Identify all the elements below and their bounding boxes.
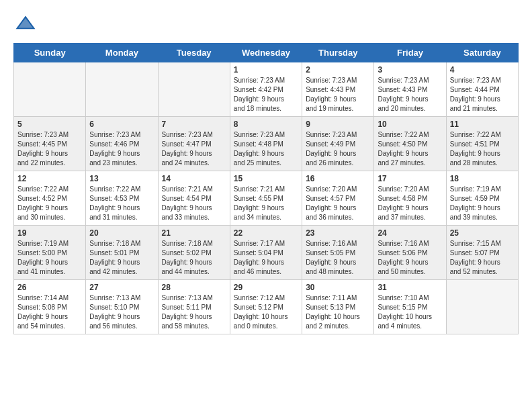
calendar-cell: 4Sunrise: 7:23 AM Sunset: 4:44 PM Daylig… [446,62,518,117]
calendar-cell: 16Sunrise: 7:20 AM Sunset: 4:57 PM Dayli… [302,171,374,226]
day-info: Sunrise: 7:17 AM Sunset: 5:04 PM Dayligh… [234,239,298,277]
header-row: Sunday Monday Tuesday Wednesday Thursday… [14,44,519,62]
col-tuesday: Tuesday [158,44,230,62]
day-info: Sunrise: 7:10 AM Sunset: 5:15 PM Dayligh… [378,293,442,331]
cell-content: 29Sunrise: 7:12 AM Sunset: 5:12 PM Dayli… [234,283,298,331]
day-number: 2 [306,65,370,75]
calendar-cell: 26Sunrise: 7:14 AM Sunset: 5:08 PM Dayli… [14,280,86,334]
calendar-cell: 20Sunrise: 7:18 AM Sunset: 5:01 PM Dayli… [86,226,158,280]
day-info: Sunrise: 7:23 AM Sunset: 4:43 PM Dayligh… [378,76,442,113]
cell-content: 20Sunrise: 7:18 AM Sunset: 5:01 PM Dayli… [89,228,154,277]
cell-content: 10Sunrise: 7:22 AM Sunset: 4:50 PM Dayli… [378,120,442,168]
day-number: 4 [450,65,515,75]
day-info: Sunrise: 7:21 AM Sunset: 4:55 PM Dayligh… [234,185,298,222]
day-number: 18 [450,174,515,183]
day-number: 26 [17,283,82,292]
col-monday: Monday [86,44,158,62]
logo-icon [13,12,38,36]
day-info: Sunrise: 7:13 AM Sunset: 5:10 PM Dayligh… [89,293,154,331]
day-info: Sunrise: 7:19 AM Sunset: 4:59 PM Dayligh… [450,185,515,222]
calendar-cell: 6Sunrise: 7:23 AM Sunset: 4:46 PM Daylig… [86,117,158,171]
cell-content: 23Sunrise: 7:16 AM Sunset: 5:05 PM Dayli… [306,228,370,277]
day-info: Sunrise: 7:23 AM Sunset: 4:44 PM Dayligh… [450,76,515,113]
day-info: Sunrise: 7:16 AM Sunset: 5:05 PM Dayligh… [306,239,370,277]
cell-content: 16Sunrise: 7:20 AM Sunset: 4:57 PM Dayli… [306,174,370,222]
day-info: Sunrise: 7:23 AM Sunset: 4:47 PM Dayligh… [162,130,226,168]
day-number: 30 [306,283,370,292]
calendar-cell: 13Sunrise: 7:22 AM Sunset: 4:53 PM Dayli… [86,171,158,226]
day-number: 20 [89,228,154,238]
calendar-cell: 11Sunrise: 7:22 AM Sunset: 4:51 PM Dayli… [446,117,518,171]
day-info: Sunrise: 7:23 AM Sunset: 4:42 PM Dayligh… [234,76,298,113]
cell-content: 26Sunrise: 7:14 AM Sunset: 5:08 PM Dayli… [17,283,82,331]
cell-content: 13Sunrise: 7:22 AM Sunset: 4:53 PM Dayli… [89,174,154,222]
col-wednesday: Wednesday [230,44,302,62]
day-info: Sunrise: 7:18 AM Sunset: 5:01 PM Dayligh… [89,239,154,277]
calendar-cell: 31Sunrise: 7:10 AM Sunset: 5:15 PM Dayli… [374,280,446,334]
day-info: Sunrise: 7:11 AM Sunset: 5:13 PM Dayligh… [306,293,370,331]
calendar-cell [86,62,158,117]
day-info: Sunrise: 7:23 AM Sunset: 4:49 PM Dayligh… [306,130,370,168]
cell-content: 31Sunrise: 7:10 AM Sunset: 5:15 PM Dayli… [378,283,442,331]
cell-content: 7Sunrise: 7:23 AM Sunset: 4:47 PM Daylig… [162,120,226,168]
calendar-cell: 23Sunrise: 7:16 AM Sunset: 5:05 PM Dayli… [302,226,374,280]
day-info: Sunrise: 7:16 AM Sunset: 5:06 PM Dayligh… [378,239,442,277]
day-info: Sunrise: 7:23 AM Sunset: 4:46 PM Dayligh… [89,130,154,168]
day-info: Sunrise: 7:13 AM Sunset: 5:11 PM Dayligh… [162,293,226,331]
cell-content: 4Sunrise: 7:23 AM Sunset: 4:44 PM Daylig… [450,65,515,113]
cell-content: 17Sunrise: 7:20 AM Sunset: 4:58 PM Dayli… [378,174,442,222]
col-sunday: Sunday [14,44,86,62]
day-number: 24 [378,228,442,238]
day-info: Sunrise: 7:14 AM Sunset: 5:08 PM Dayligh… [17,293,82,331]
day-info: Sunrise: 7:22 AM Sunset: 4:52 PM Dayligh… [17,185,82,222]
day-number: 7 [162,120,226,129]
day-info: Sunrise: 7:15 AM Sunset: 5:07 PM Dayligh… [450,239,515,277]
calendar-cell: 15Sunrise: 7:21 AM Sunset: 4:55 PM Dayli… [230,171,302,226]
cell-content: 11Sunrise: 7:22 AM Sunset: 4:51 PM Dayli… [450,120,515,168]
cell-content: 12Sunrise: 7:22 AM Sunset: 4:52 PM Dayli… [17,174,82,222]
day-number: 8 [234,120,298,129]
calendar-cell: 25Sunrise: 7:15 AM Sunset: 5:07 PM Dayli… [446,226,518,280]
day-number: 10 [378,120,442,129]
day-info: Sunrise: 7:23 AM Sunset: 4:48 PM Dayligh… [234,130,298,168]
calendar-cell: 9Sunrise: 7:23 AM Sunset: 4:49 PM Daylig… [302,117,374,171]
calendar-cell [446,280,518,334]
cell-content: 5Sunrise: 7:23 AM Sunset: 4:45 PM Daylig… [17,120,82,168]
cell-content: 19Sunrise: 7:19 AM Sunset: 5:00 PM Dayli… [17,228,82,277]
cell-content: 9Sunrise: 7:23 AM Sunset: 4:49 PM Daylig… [306,120,370,168]
calendar-cell: 14Sunrise: 7:21 AM Sunset: 4:54 PM Dayli… [158,171,230,226]
calendar-week-row: 12Sunrise: 7:22 AM Sunset: 4:52 PM Dayli… [14,171,519,226]
cell-content: 14Sunrise: 7:21 AM Sunset: 4:54 PM Dayli… [162,174,226,222]
calendar-week-row: 5Sunrise: 7:23 AM Sunset: 4:45 PM Daylig… [14,117,519,171]
calendar-week-row: 19Sunrise: 7:19 AM Sunset: 5:00 PM Dayli… [14,226,519,280]
day-info: Sunrise: 7:23 AM Sunset: 4:45 PM Dayligh… [17,130,82,168]
day-number: 23 [306,228,370,238]
day-info: Sunrise: 7:18 AM Sunset: 5:02 PM Dayligh… [162,239,226,277]
day-number: 6 [89,120,154,129]
calendar-cell: 22Sunrise: 7:17 AM Sunset: 5:04 PM Dayli… [230,226,302,280]
cell-content: 3Sunrise: 7:23 AM Sunset: 4:43 PM Daylig… [378,65,442,113]
logo [13,12,40,36]
calendar-cell: 19Sunrise: 7:19 AM Sunset: 5:00 PM Dayli… [14,226,86,280]
calendar-cell: 7Sunrise: 7:23 AM Sunset: 4:47 PM Daylig… [158,117,230,171]
calendar-cell: 29Sunrise: 7:12 AM Sunset: 5:12 PM Dayli… [230,280,302,334]
calendar-cell: 28Sunrise: 7:13 AM Sunset: 5:11 PM Dayli… [158,280,230,334]
calendar-cell: 1Sunrise: 7:23 AM Sunset: 4:42 PM Daylig… [230,62,302,117]
cell-content: 1Sunrise: 7:23 AM Sunset: 4:42 PM Daylig… [234,65,298,113]
calendar-cell: 3Sunrise: 7:23 AM Sunset: 4:43 PM Daylig… [374,62,446,117]
day-number: 16 [306,174,370,183]
day-info: Sunrise: 7:22 AM Sunset: 4:53 PM Dayligh… [89,185,154,222]
cell-content: 15Sunrise: 7:21 AM Sunset: 4:55 PM Dayli… [234,174,298,222]
calendar-cell [14,62,86,117]
cell-content: 2Sunrise: 7:23 AM Sunset: 4:43 PM Daylig… [306,65,370,113]
calendar-week-row: 1Sunrise: 7:23 AM Sunset: 4:42 PM Daylig… [14,62,519,117]
calendar-cell: 10Sunrise: 7:22 AM Sunset: 4:50 PM Dayli… [374,117,446,171]
day-number: 29 [234,283,298,292]
day-info: Sunrise: 7:20 AM Sunset: 4:57 PM Dayligh… [306,185,370,222]
cell-content: 6Sunrise: 7:23 AM Sunset: 4:46 PM Daylig… [89,120,154,168]
day-number: 15 [234,174,298,183]
calendar-cell: 2Sunrise: 7:23 AM Sunset: 4:43 PM Daylig… [302,62,374,117]
day-info: Sunrise: 7:12 AM Sunset: 5:12 PM Dayligh… [234,293,298,331]
day-number: 1 [234,65,298,75]
day-number: 31 [378,283,442,292]
